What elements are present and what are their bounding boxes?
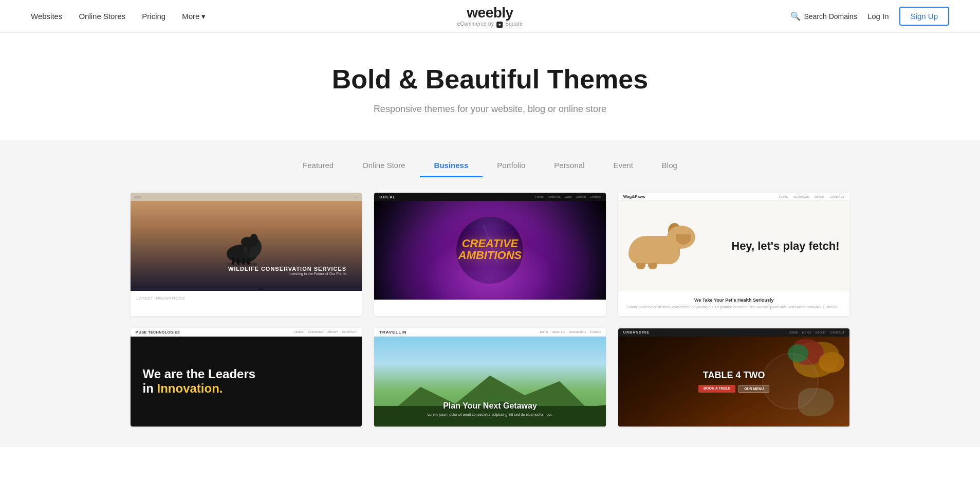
theme-preview-urbandine: TABLE 4 TWO BOOK A TABLE OUR MENU xyxy=(618,337,850,427)
tab-business[interactable]: Business xyxy=(420,155,483,177)
theme-header-urbandine: URBANDINE HOME MENU ABOUT CONTACT xyxy=(618,328,850,337)
nav-websites[interactable]: Websites xyxy=(31,12,62,21)
tab-featured[interactable]: Featured xyxy=(288,155,348,177)
theme-card-urbandine[interactable]: URBANDINE HOME MENU ABOUT CONTACT xyxy=(618,328,850,427)
theme-header-travellin: TRAVELLIN Home About Us Destinations Con… xyxy=(374,328,606,337)
theme-card-wagpaws[interactable]: Wag&Paws HOME SERVICES ABOUT CONTACT xyxy=(618,193,850,316)
nav-more-button[interactable]: More ▾ xyxy=(182,12,206,21)
hero-title: Bold & Beautiful Themes xyxy=(10,64,970,95)
square-icon: ■ xyxy=(496,22,503,28)
logo[interactable]: weebly eCommerce by ■ Square xyxy=(457,5,523,28)
wagpaws-headline-area: Hey, let's play fetch! xyxy=(695,239,840,252)
theme-header-wildlife: ■■■ ▪▪▪ xyxy=(131,193,362,201)
themes-grid: ■■■ ▪▪▪ xyxy=(131,193,850,427)
urbandine-menu-btn: OUR MENU xyxy=(738,385,769,393)
main-header: Websites Online Stores Pricing More ▾ we… xyxy=(0,0,980,33)
tab-personal[interactable]: Personal xyxy=(540,155,599,177)
urbandine-content: TABLE 4 TWO BOOK A TABLE OUR MENU xyxy=(698,370,769,393)
theme-header-wagpaws: Wag&Paws HOME SERVICES ABOUT CONTACT xyxy=(618,193,850,201)
theme-preview-muse: We are the Leadersin Innovation. xyxy=(131,337,362,427)
theme-preview-wagpaws: Hey, let's play fetch! xyxy=(618,201,850,291)
theme-header-breal: BREAL Home About Us Work Journal Contact xyxy=(374,193,606,201)
login-button[interactable]: Log In xyxy=(867,12,889,21)
header-right: 🔍 Search Domains Log In Sign Up xyxy=(790,7,949,26)
tab-event[interactable]: Event xyxy=(599,155,647,177)
chevron-down-icon: ▾ xyxy=(201,12,206,21)
signup-button[interactable]: Sign Up xyxy=(899,7,949,26)
main-nav: Websites Online Stores Pricing More ▾ xyxy=(31,12,206,21)
nav-pricing[interactable]: Pricing xyxy=(142,12,165,21)
nav-online-stores[interactable]: Online Stores xyxy=(79,12,125,21)
theme-preview-travellin: Plan Your Next Getaway Lorem ipsum dolor… xyxy=(374,337,606,427)
themes-section: Featured Online Store Business Portfolio… xyxy=(0,140,980,447)
logo-subtitle: eCommerce by ■ Square xyxy=(457,21,523,28)
hero-subtitle: Responsive themes for your website, blog… xyxy=(10,104,970,115)
tab-portfolio[interactable]: Portfolio xyxy=(483,155,540,177)
dog-illustration xyxy=(628,223,695,269)
muse-headline: We are the Leadersin Innovation. xyxy=(143,367,256,397)
theme-card-wildlife[interactable]: ■■■ ▪▪▪ xyxy=(131,193,362,316)
themes-grid-container: ■■■ ▪▪▪ xyxy=(0,177,980,447)
urbandine-cta-buttons: BOOK A TABLE OUR MENU xyxy=(698,385,769,393)
wildlife-card-footer: Latest Innovations xyxy=(131,291,362,305)
theme-preview-breal: CREATIVE AMBITIONS xyxy=(374,201,606,300)
travellin-text-overlay: Plan Your Next Getaway Lorem ipsum dolor… xyxy=(428,401,552,416)
wagpaws-footer: We Take Your Pet's Health Seriously Lore… xyxy=(618,291,850,316)
theme-header-muse: MUSE TECHNOLOGIES HOME SERVICES ABOUT CO… xyxy=(131,328,362,337)
hero-section: Bold & Beautiful Themes Responsive theme… xyxy=(0,33,980,140)
theme-card-muse[interactable]: MUSE TECHNOLOGIES HOME SERVICES ABOUT CO… xyxy=(131,328,362,427)
search-domains-button[interactable]: 🔍 Search Domains xyxy=(790,11,857,21)
elephant-illustration xyxy=(220,226,272,267)
wildlife-text-overlay: WILDLIFE CONSERVATION SERVICES Investing… xyxy=(228,266,346,275)
theme-card-travellin[interactable]: TRAVELLIN Home About Us Destinations Con… xyxy=(374,328,606,427)
svg-point-3 xyxy=(250,234,258,246)
category-tabs: Featured Online Store Business Portfolio… xyxy=(0,140,980,177)
theme-preview-wildlife: WILDLIFE CONSERVATION SERVICES Investing… xyxy=(131,201,362,291)
urbandine-book-btn: BOOK A TABLE xyxy=(698,385,735,393)
search-icon: 🔍 xyxy=(790,11,801,21)
tab-blog[interactable]: Blog xyxy=(648,155,692,177)
logo-text: weebly xyxy=(467,5,513,21)
theme-card-breal[interactable]: BREAL Home About Us Work Journal Contact xyxy=(374,193,606,316)
breal-text: CREATIVE AMBITIONS xyxy=(432,237,548,261)
tab-online-store[interactable]: Online Store xyxy=(348,155,419,177)
